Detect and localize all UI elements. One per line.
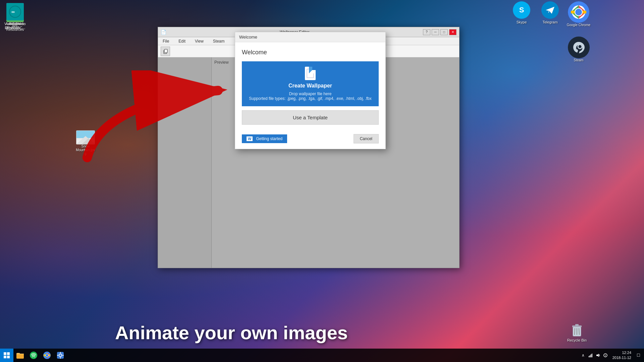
desktop-icon-telegram[interactable]: Telegram xyxy=(537,0,564,25)
taskbar-start-button[interactable] xyxy=(0,349,13,362)
welcome-dialog: Welcome Welcome Create Wallpaper Drop wa… xyxy=(235,32,386,149)
dialog-footer: W Getting started Cancel xyxy=(235,131,385,149)
svg-line-20 xyxy=(579,328,579,335)
svg-rect-28 xyxy=(16,354,24,359)
desktop-icon-steam[interactable]: Steam xyxy=(564,35,594,63)
dialog-title: Welcome xyxy=(239,35,257,40)
menu-edit[interactable]: Edit xyxy=(176,38,187,44)
svg-rect-26 xyxy=(4,356,6,358)
help-button[interactable]: ? xyxy=(423,29,430,35)
desktop-icon-recycle-bin[interactable]: Recycle Bin xyxy=(562,319,592,344)
taskbar-spotify[interactable] xyxy=(28,349,40,361)
menu-file[interactable]: File xyxy=(161,38,171,44)
desktop-icon-snow-mountain[interactable]: SnowMountain.jpeg xyxy=(72,129,99,157)
desktop-icon-skype[interactable]: S Skype xyxy=(508,0,535,25)
svg-rect-25 xyxy=(7,352,10,355)
dialog-body: Welcome Create Wallpaper Drop wallpaper … xyxy=(235,42,385,131)
svg-line-18 xyxy=(575,328,575,335)
menu-view[interactable]: View xyxy=(193,38,206,44)
tray-network[interactable] xyxy=(588,352,594,358)
svg-rect-27 xyxy=(7,356,10,358)
svg-rect-43 xyxy=(592,354,592,357)
tray-volume[interactable] xyxy=(595,352,601,358)
maximize-button[interactable]: □ xyxy=(440,29,448,35)
cancel-button[interactable]: Cancel xyxy=(354,134,379,143)
snow-thumbnail xyxy=(76,130,95,144)
snow-mountain-label: SnowMountain.jpeg xyxy=(76,144,95,156)
taskbar: ∧ 12:24 2018-11-12 ☐ xyxy=(0,349,644,362)
taskbar-chrome[interactable] xyxy=(41,349,53,361)
create-wallpaper-button[interactable]: Create Wallpaper Drop wallpaper file her… xyxy=(242,61,379,106)
telegram-label: Telegram xyxy=(542,20,557,24)
desktop-icon-google-chrome[interactable]: Google Chrome xyxy=(564,0,594,28)
taskbar-settings[interactable] xyxy=(54,349,66,361)
taskbar-pinned xyxy=(13,349,67,362)
preview-label: Preview xyxy=(214,60,229,65)
svg-point-33 xyxy=(46,354,48,357)
bottom-caption: Animate your own images xyxy=(0,322,463,344)
drop-info: Drop wallpaper file here Supported file … xyxy=(249,92,372,101)
svg-rect-36 xyxy=(60,352,61,353)
svg-point-47 xyxy=(605,356,606,356)
svg-marker-44 xyxy=(596,354,599,357)
svg-rect-22 xyxy=(164,49,167,53)
toolbar-copy-button[interactable] xyxy=(161,47,170,56)
svg-rect-42 xyxy=(591,354,591,357)
desktop-icon-arduino-label: Arduino xyxy=(9,22,21,26)
desktop-icon-arduino[interactable]: ∞ Arduino xyxy=(2,2,29,27)
svg-rect-24 xyxy=(4,352,6,355)
svg-rect-37 xyxy=(60,357,61,359)
recycle-bin-label: Recycle Bin xyxy=(567,338,587,342)
menu-steam[interactable]: Steam xyxy=(211,38,227,44)
taskbar-file-explorer[interactable] xyxy=(14,349,26,361)
svg-text:∞: ∞ xyxy=(11,9,15,14)
tray-misc[interactable] xyxy=(602,352,608,358)
use-template-button[interactable]: Use a Template xyxy=(242,110,379,125)
svg-rect-41 xyxy=(590,355,590,357)
taskbar-tray: ∧ xyxy=(580,352,608,358)
window-controls: ? ─ □ ✕ xyxy=(423,29,457,35)
taskbar-right: ∧ 12:24 2018-11-12 ☐ xyxy=(580,350,644,361)
svg-rect-40 xyxy=(589,356,589,357)
welcome-heading: Welcome xyxy=(242,49,379,56)
svg-rect-38 xyxy=(57,355,58,356)
dialog-titlebar: Welcome xyxy=(235,32,385,42)
taskbar-notifications[interactable]: ☐ xyxy=(635,352,641,358)
skype-label: Skype xyxy=(517,20,527,24)
steam-label: Steam xyxy=(574,58,584,62)
google-chrome-label: Google Chrome xyxy=(567,23,591,27)
svg-rect-17 xyxy=(575,324,579,326)
svg-rect-39 xyxy=(62,355,64,356)
window-sidebar xyxy=(158,57,212,268)
file-icon xyxy=(305,67,316,80)
desktop: PC Ai Adobe Illustrator ... Ae Adobe Aft… xyxy=(0,0,644,362)
minimize-button[interactable]: ─ xyxy=(432,29,439,35)
getting-started-button[interactable]: W Getting started xyxy=(242,134,287,143)
tray-up-arrow[interactable]: ∧ xyxy=(580,352,586,358)
close-button[interactable]: ✕ xyxy=(449,29,457,35)
create-wallpaper-label: Create Wallpaper xyxy=(288,83,332,89)
svg-point-14 xyxy=(575,49,578,52)
taskbar-clock[interactable]: 12:24 2018-11-12 xyxy=(610,350,634,361)
svg-point-10 xyxy=(575,9,582,15)
